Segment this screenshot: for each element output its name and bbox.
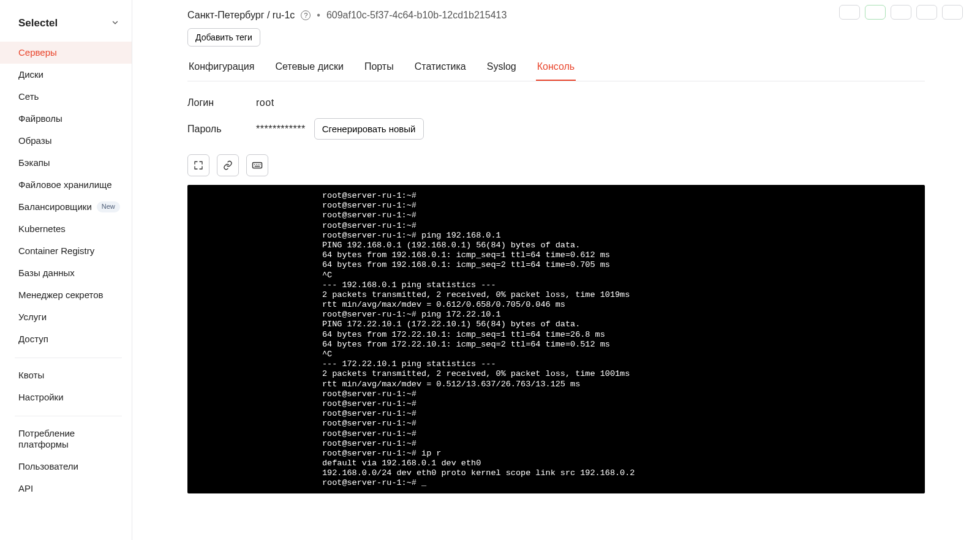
sidebar-item-label: Пользователи [18, 461, 78, 472]
sidebar-item-label: Квоты [18, 370, 44, 381]
sidebar-item-container-registry[interactable]: Container Registry [0, 240, 132, 262]
sidebar-item-api[interactable]: API [0, 478, 132, 500]
tab-network-disks[interactable]: Сетевые диски [274, 55, 345, 81]
sidebar-item-label: API [18, 483, 33, 494]
brand-toggle[interactable]: Selectel [0, 11, 132, 38]
sidebar-item-access[interactable]: Доступ [0, 328, 132, 350]
tab-stats[interactable]: Статистика [413, 55, 467, 81]
sidebar-divider [15, 416, 122, 416]
sidebar-item-label: Серверы [18, 47, 57, 58]
sidebar-item-label: Менеджер секретов [18, 290, 104, 301]
tab-syslog[interactable]: Syslog [486, 55, 518, 81]
header-action-3[interactable] [891, 5, 911, 20]
sidebar-item-firewalls[interactable]: Файрволы [0, 108, 132, 130]
sidebar-item-label: Файловое хранилище [18, 179, 112, 190]
password-value: ************ [256, 124, 306, 135]
password-label: Пароль [187, 124, 256, 135]
header-action-2[interactable] [865, 5, 886, 20]
add-tags-button[interactable]: Добавить теги [187, 28, 260, 47]
sidebar-item-label: Диски [18, 69, 43, 80]
header-action-4[interactable] [916, 5, 937, 20]
tab-console[interactable]: Консоль [536, 55, 576, 81]
breadcrumb-location: Санкт-Петербург / ru-1c [187, 10, 295, 21]
sidebar-item-label: Потребление платформы [18, 428, 122, 450]
sidebar-item-disks[interactable]: Диски [0, 64, 132, 86]
sidebar: Selectel СерверыДискиСетьФайрволыОбразыБ… [0, 0, 132, 540]
sidebar-item-label: Образы [18, 135, 51, 146]
tabs: КонфигурацияСетевые дискиПортыСтатистика… [187, 55, 925, 81]
new-badge: New [97, 201, 120, 212]
sidebar-item-backups[interactable]: Бэкапы [0, 152, 132, 174]
sidebar-item-label: Container Registry [18, 246, 94, 257]
sidebar-item-label: Настройки [18, 392, 64, 403]
sidebar-item-label: Доступ [18, 334, 48, 345]
sidebar-item-quotas[interactable]: Квоты [0, 364, 132, 386]
keyboard-icon [252, 160, 263, 171]
fullscreen-icon [194, 160, 203, 170]
sidebar-item-file-storage[interactable]: Файловое хранилище [0, 174, 132, 196]
header-action-buttons [839, 5, 963, 20]
separator-dot: • [317, 10, 320, 21]
chevron-down-icon [111, 18, 119, 29]
console-toolbar [187, 154, 925, 176]
svg-rect-0 [253, 163, 262, 168]
sidebar-item-balancers[interactable]: БалансировщикиNew [0, 196, 132, 218]
login-label: Логин [187, 97, 256, 108]
sidebar-item-label: Базы данных [18, 268, 75, 279]
sidebar-item-label: Сеть [18, 91, 39, 102]
sidebar-item-databases[interactable]: Базы данных [0, 262, 132, 284]
sidebar-item-usage[interactable]: Потребление платформы [0, 422, 132, 456]
header-action-1[interactable] [839, 5, 860, 20]
sidebar-item-kubernetes[interactable]: Kubernetes [0, 218, 132, 240]
sidebar-item-label: Файрволы [18, 113, 62, 124]
brand-name: Selectel [18, 17, 58, 29]
header-action-5[interactable] [942, 5, 963, 20]
main-content: Санкт-Петербург / ru-1c ? • 609af10c-5f3… [132, 0, 980, 540]
sidebar-item-label: Kubernetes [18, 223, 66, 234]
help-icon[interactable]: ? [301, 10, 311, 20]
credentials-block: Логин root Пароль ************ Сгенериро… [187, 97, 925, 140]
sidebar-item-label: Балансировщики [18, 201, 92, 212]
sidebar-item-servers[interactable]: Серверы [0, 42, 132, 64]
sidebar-item-label: Бэкапы [18, 157, 50, 168]
console-output[interactable]: root@server-ru-1:~# root@server-ru-1:~# … [187, 185, 925, 493]
tab-configuration[interactable]: Конфигурация [187, 55, 255, 81]
copy-link-button[interactable] [217, 154, 239, 176]
server-header: Санкт-Петербург / ru-1c ? • 609af10c-5f3… [187, 0, 925, 47]
sidebar-item-secrets[interactable]: Менеджер секретов [0, 284, 132, 306]
fullscreen-button[interactable] [187, 154, 209, 176]
regenerate-password-button[interactable]: Сгенерировать новый [314, 118, 424, 140]
breadcrumb: Санкт-Петербург / ru-1c ? • 609af10c-5f3… [187, 10, 925, 21]
sidebar-item-services[interactable]: Услуги [0, 306, 132, 328]
sidebar-item-users[interactable]: Пользователи [0, 456, 132, 478]
sidebar-divider [15, 358, 122, 358]
sidebar-item-settings[interactable]: Настройки [0, 386, 132, 408]
server-uuid: 609af10c-5f37-4c64-b10b-12cd1b215413 [326, 10, 507, 21]
link-icon [223, 160, 233, 170]
tab-ports[interactable]: Порты [363, 55, 395, 81]
keyboard-button[interactable] [246, 154, 268, 176]
login-value: root [256, 97, 274, 108]
sidebar-item-images[interactable]: Образы [0, 130, 132, 152]
sidebar-item-network[interactable]: Сеть [0, 86, 132, 108]
sidebar-item-label: Услуги [18, 312, 47, 323]
